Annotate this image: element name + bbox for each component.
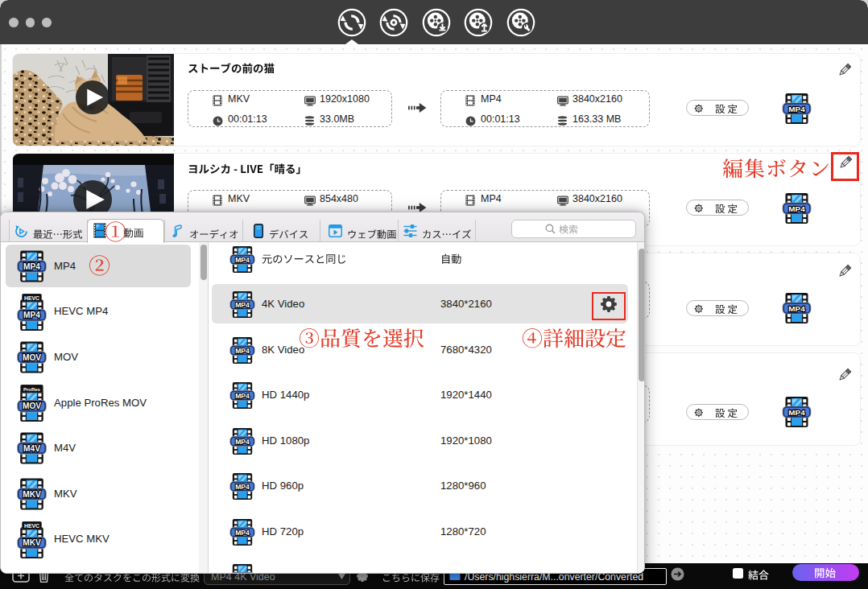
svg-text:MP4: MP4	[235, 346, 250, 354]
svg-text:MP4: MP4	[235, 392, 250, 400]
svg-text:MP4: MP4	[235, 255, 250, 263]
svg-text:HEVC: HEVC	[24, 294, 39, 300]
svg-text:MOV: MOV	[23, 353, 41, 362]
svg-text:MP4: MP4	[23, 262, 40, 271]
svg-text:MP4: MP4	[788, 304, 805, 313]
svg-text:MP4: MP4	[235, 528, 250, 536]
svg-text:MP4: MP4	[235, 437, 250, 445]
svg-text:MP4: MP4	[788, 105, 805, 113]
svg-text:MOV: MOV	[23, 402, 41, 410]
svg-text:MP4: MP4	[788, 408, 805, 417]
svg-text:MP4: MP4	[235, 301, 250, 309]
svg-text:MKV: MKV	[23, 490, 41, 499]
svg-text:HEVC: HEVC	[24, 522, 39, 528]
svg-text:MP4: MP4	[23, 311, 40, 319]
svg-text:MKV: MKV	[23, 538, 41, 547]
svg-text:ProRes: ProRes	[23, 386, 41, 391]
svg-text:M4V: M4V	[23, 444, 40, 453]
svg-text:MP4: MP4	[788, 204, 805, 213]
svg-text:MP4: MP4	[235, 483, 250, 491]
